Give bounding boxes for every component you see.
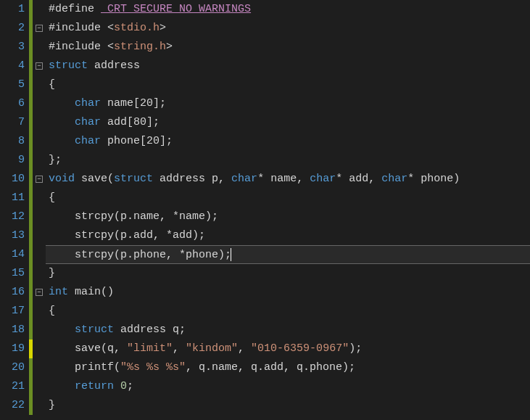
line-number: 13 <box>0 226 25 245</box>
code-line[interactable]: struct address <box>46 57 530 75</box>
code-line[interactable]: save(q, "limit", "kindom", "010-6359-096… <box>46 339 530 358</box>
code-line[interactable]: char phone[20]; <box>46 132 530 151</box>
code-line[interactable]: printf("%s %s %s", q.name, q.add, q.phon… <box>46 358 530 377</box>
code-line[interactable]: int main() <box>46 283 530 302</box>
code-line[interactable]: } <box>46 396 530 415</box>
code-line[interactable]: void save(struct address p, char* name, … <box>46 170 530 189</box>
line-number: 6 <box>0 94 25 113</box>
line-number: 22 <box>0 396 25 415</box>
line-number: 1 <box>0 0 25 19</box>
fold-gutter[interactable]: − − − − <box>33 0 46 415</box>
code-line[interactable]: #include <stdio.h> <box>46 19 530 38</box>
fold-minus-icon[interactable]: − <box>36 62 43 70</box>
line-number: 10 <box>0 170 25 189</box>
code-editor[interactable]: 1 2 3 4 5 6 7 8 9 10 11 12 13 14 15 16 1… <box>0 0 530 415</box>
code-line[interactable]: strcpy(p.name, *name); <box>46 207 530 226</box>
code-line[interactable]: #include <string.h> <box>46 38 530 57</box>
code-line[interactable]: return 0; <box>46 377 530 396</box>
line-number: 16 <box>0 283 25 302</box>
line-number: 12 <box>0 207 25 226</box>
code-area[interactable]: #define _CRT_SECURE_NO_WARNINGS #include… <box>46 0 530 415</box>
line-number: 3 <box>0 38 25 57</box>
fold-minus-icon[interactable]: − <box>36 25 43 32</box>
line-number: 19 <box>0 339 25 358</box>
line-number: 8 <box>0 132 25 151</box>
line-number: 2 <box>0 19 25 38</box>
line-number: 14 <box>0 245 25 264</box>
code-line[interactable]: char name[20]; <box>46 94 530 113</box>
code-line[interactable]: { <box>46 189 530 207</box>
code-line[interactable]: { <box>46 302 530 321</box>
line-number: 9 <box>0 151 25 170</box>
line-number: 7 <box>0 113 25 132</box>
code-line[interactable]: strcpy(p.add, *add); <box>46 226 530 245</box>
code-line[interactable]: }; <box>46 151 530 170</box>
line-number: 5 <box>0 75 25 94</box>
line-number: 18 <box>0 321 25 339</box>
code-line[interactable]: { <box>46 75 530 94</box>
line-number: 17 <box>0 302 25 321</box>
line-number: 11 <box>0 189 25 207</box>
fold-minus-icon[interactable]: − <box>36 176 43 183</box>
code-line[interactable]: char add[80]; <box>46 113 530 132</box>
line-number: 4 <box>0 57 25 75</box>
line-number-gutter: 1 2 3 4 5 6 7 8 9 10 11 12 13 14 15 16 1… <box>0 0 29 415</box>
code-line[interactable]: struct address q; <box>46 321 530 339</box>
code-line-current[interactable]: strcpy(p.phone, *phone); <box>46 245 530 264</box>
fold-minus-icon[interactable]: − <box>36 289 43 296</box>
line-number: 21 <box>0 377 25 396</box>
code-line[interactable]: } <box>46 264 530 283</box>
code-line[interactable]: #define _CRT_SECURE_NO_WARNINGS <box>46 0 530 19</box>
text-cursor <box>231 248 231 261</box>
line-number: 15 <box>0 264 25 283</box>
line-number: 20 <box>0 358 25 377</box>
